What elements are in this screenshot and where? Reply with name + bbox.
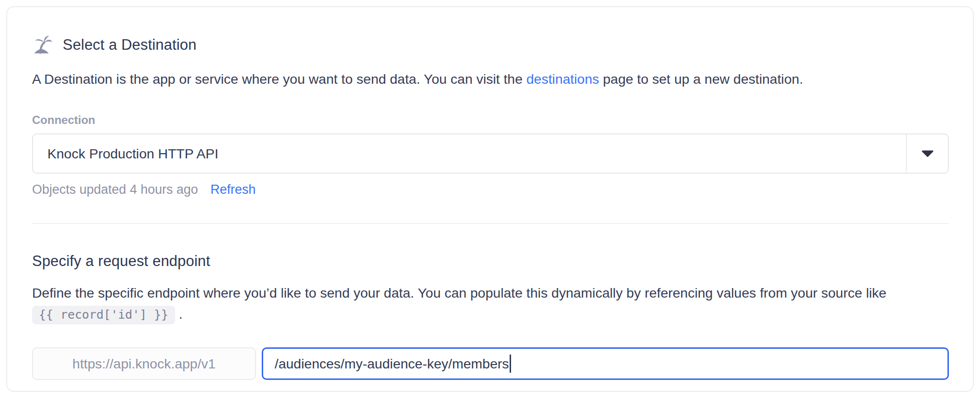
connection-label: Connection	[32, 113, 948, 127]
base-url-prefix: https://api.knock.app/v1	[32, 347, 256, 380]
record-id-code-chip: {{ record['id'] }}	[32, 306, 175, 324]
select-destination-card: Select a Destination A Destination is th…	[6, 6, 974, 392]
card-header: Select a Destination	[32, 34, 948, 56]
section-divider	[32, 223, 949, 224]
endpoint-path-input[interactable]: /audiences/my-audience-key/members	[262, 347, 949, 380]
objects-updated-status: Objects updated 4 hours ago	[32, 182, 198, 197]
destination-description: A Destination is the app or service wher…	[32, 68, 948, 89]
description-text-after: page to set up a new destination.	[599, 71, 803, 87]
endpoint-input-row: https://api.knock.app/v1 /audiences/my-a…	[32, 347, 949, 380]
endpoint-description-before: Define the specific endpoint where you’d…	[32, 285, 886, 300]
endpoint-path-value: /audiences/my-audience-key/members	[275, 356, 509, 372]
endpoint-description: Define the specific endpoint where you’d…	[32, 282, 948, 325]
destinations-link[interactable]: destinations	[526, 71, 599, 87]
endpoint-description-after: .	[175, 306, 183, 322]
endpoint-heading: Specify a request endpoint	[32, 253, 948, 270]
palm-island-icon	[32, 34, 53, 56]
connection-select-value: Knock Production HTTP API	[33, 134, 906, 173]
connection-select[interactable]: Knock Production HTTP API	[32, 133, 949, 174]
description-text-before: A Destination is the app or service wher…	[32, 71, 526, 87]
text-cursor	[510, 355, 511, 373]
connection-status-row: Objects updated 4 hours ago Refresh	[32, 182, 948, 197]
chevron-down-icon	[906, 134, 948, 173]
page-title: Select a Destination	[63, 36, 197, 54]
refresh-link[interactable]: Refresh	[211, 182, 256, 197]
